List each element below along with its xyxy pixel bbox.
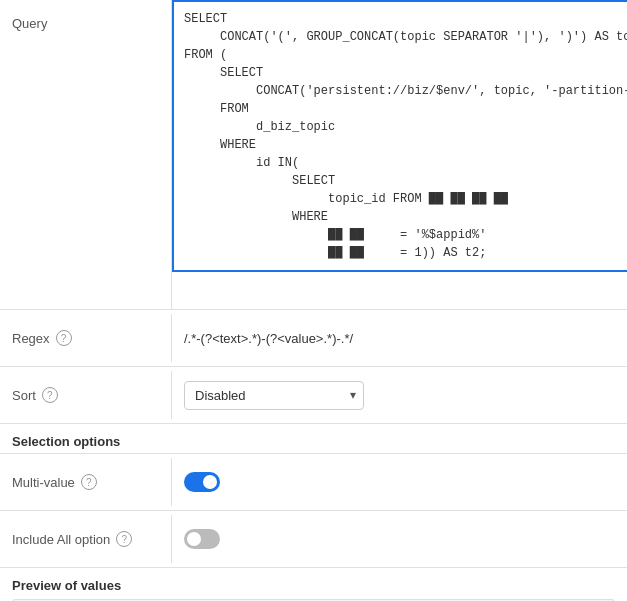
form-section: Query SELECT CONCAT('(', GROUP_CONCAT(to… xyxy=(0,0,627,601)
query-wrapper: SELECT CONCAT('(', GROUP_CONCAT(topic SE… xyxy=(172,0,627,309)
sort-select[interactable]: Disabled Alphabetical (asc) Alphabetical… xyxy=(184,381,364,410)
include-all-row: Include All option ? xyxy=(0,511,627,568)
include-all-content xyxy=(172,525,627,553)
sort-help-icon[interactable]: ? xyxy=(42,387,58,403)
preview-label: Preview of values xyxy=(12,578,615,593)
include-all-slider xyxy=(184,529,220,549)
sort-content: Disabled Alphabetical (asc) Alphabetical… xyxy=(172,377,627,414)
sort-select-wrapper: Disabled Alphabetical (asc) Alphabetical… xyxy=(184,381,364,410)
multi-value-slider xyxy=(184,472,220,492)
multi-value-label: Multi-value ? xyxy=(0,458,172,506)
query-label: Query xyxy=(0,0,172,309)
sort-label: Sort ? xyxy=(0,371,172,419)
multi-value-row: Multi-value ? xyxy=(0,454,627,511)
query-row: Query SELECT CONCAT('(', GROUP_CONCAT(to… xyxy=(0,0,627,310)
include-all-help-icon[interactable]: ? xyxy=(116,531,132,547)
multi-value-content xyxy=(172,468,627,496)
regex-content xyxy=(172,327,627,350)
selection-options-header: Selection options xyxy=(0,424,627,454)
multi-value-help-icon[interactable]: ? xyxy=(81,474,97,490)
include-all-toggle[interactable] xyxy=(184,529,220,549)
regex-input[interactable] xyxy=(184,331,615,346)
regex-row: Regex ? xyxy=(0,310,627,367)
query-editor[interactable]: SELECT CONCAT('(', GROUP_CONCAT(topic SE… xyxy=(172,0,627,272)
regex-label: Regex ? xyxy=(0,314,172,362)
sort-row: Sort ? Disabled Alphabetical (asc) Alpha… xyxy=(0,367,627,424)
include-all-label: Include All option ? xyxy=(0,515,172,563)
regex-help-icon[interactable]: ? xyxy=(56,330,72,346)
multi-value-toggle[interactable] xyxy=(184,472,220,492)
preview-section: Preview of values (persistent://biz/prod… xyxy=(0,568,627,601)
